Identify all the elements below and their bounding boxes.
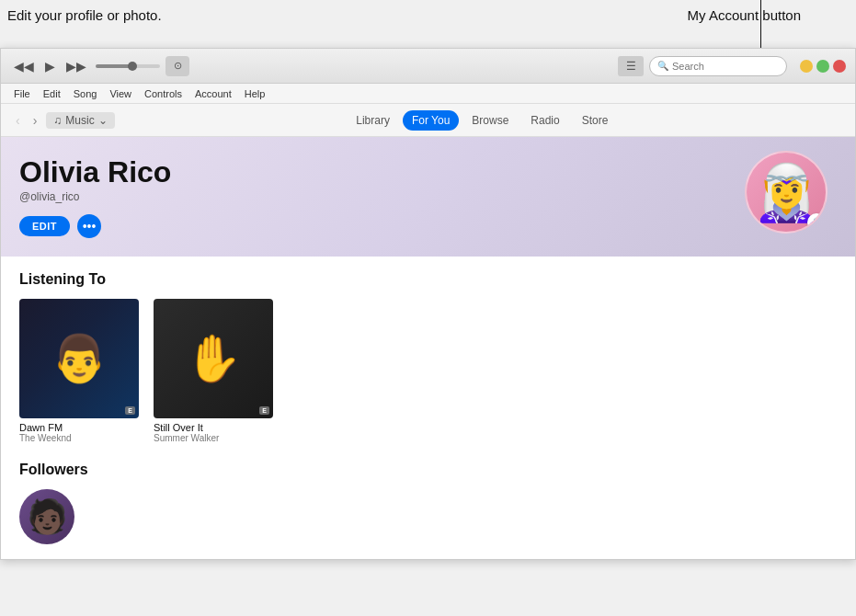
menubar: FileEditSongViewControlsAccountHelp	[1, 84, 855, 104]
menu-item-help[interactable]: Help	[239, 86, 271, 101]
explicit-badge-dawn: E	[125, 406, 135, 415]
album-title-still: Still Over It	[154, 422, 273, 433]
album-art-dawn-inner: 👨	[19, 299, 139, 418]
lock-badge: 🔒	[807, 213, 826, 232]
annotation-left-text: Edit your profile or photo.	[7, 7, 162, 23]
menu-item-view[interactable]: View	[104, 86, 137, 101]
menu-item-file[interactable]: File	[8, 86, 36, 101]
profile-handle: @olivia_rico	[19, 190, 837, 203]
nav-back-arrow[interactable]: ‹	[12, 111, 24, 130]
more-button[interactable]: •••	[77, 214, 101, 238]
window-controls: — □ ✕	[800, 60, 846, 73]
music-note-icon: ♫	[53, 114, 62, 127]
followers-title: Followers	[19, 462, 837, 478]
search-icon: 🔍	[657, 61, 668, 71]
nav-tab-library[interactable]: Library	[347, 110, 399, 131]
search-input[interactable]	[672, 61, 773, 72]
volume-slider[interactable]	[96, 64, 160, 68]
edit-button[interactable]: EDIT	[19, 216, 70, 236]
annotation-bar: Edit your profile or photo. My Account b…	[0, 0, 856, 48]
followers-section: Followers 🧑🏿	[19, 462, 837, 544]
album-item-still-over-it: ✋ E Still Over It Summer Walker	[154, 299, 273, 443]
nav-tab-for-you[interactable]: For You	[403, 110, 459, 131]
maximize-button[interactable]: □	[816, 60, 829, 73]
follower-emoji-0: 🧑🏿	[27, 497, 68, 536]
profile-actions: EDIT •••	[19, 214, 837, 238]
search-box[interactable]: 🔍	[649, 56, 787, 76]
nav-tab-store[interactable]: Store	[573, 110, 618, 131]
menu-item-account[interactable]: Account	[189, 86, 237, 101]
profile-info: Olivia Rico @olivia_rico EDIT •••	[19, 156, 837, 238]
itunes-window: ◀◀ ▶ ▶▶ ⊙ ☰ 🔍 — □ ✕ FileEditSongViewCont…	[0, 48, 856, 560]
nav-tabs: LibraryFor YouBrowseRadioStore	[120, 110, 844, 131]
titlebar-right: ☰ 🔍 — □ ✕	[618, 56, 846, 76]
nav-tab-radio[interactable]: Radio	[521, 110, 568, 131]
follower-avatar-0[interactable]: 🧑🏿	[19, 489, 74, 544]
album-title-dawn: Dawn FM	[19, 422, 139, 433]
album-art-still-inner: ✋	[154, 299, 273, 418]
profile-name: Olivia Rico	[19, 156, 837, 188]
annotation-container: Edit your profile or photo. My Account b…	[0, 0, 856, 48]
close-button[interactable]: ✕	[833, 60, 846, 73]
titlebar: ◀◀ ▶ ▶▶ ⊙ ☰ 🔍 — □ ✕	[1, 49, 855, 84]
nav-forward-arrow[interactable]: ›	[29, 111, 41, 130]
navbar: ‹ › ♫ Music ⌄ LibraryFor YouBrowseRadioS…	[1, 104, 855, 137]
menu-item-edit[interactable]: Edit	[38, 86, 66, 101]
album-artist-dawn: The Weeknd	[19, 433, 139, 443]
minimize-button[interactable]: —	[800, 60, 813, 73]
albums-row: 👨 E Dawn FM The Weeknd ✋ E Still Over It…	[19, 299, 837, 443]
menu-item-song[interactable]: Song	[68, 86, 103, 101]
main-content: Listening To 👨 E Dawn FM The Weeknd ✋ E …	[1, 257, 855, 559]
nav-music-label: Music	[65, 114, 94, 127]
forward-button[interactable]: ▶▶	[63, 57, 90, 75]
list-view-button[interactable]: ☰	[618, 56, 644, 76]
annotation-right-text: My Account button	[688, 7, 801, 23]
transport-controls: ◀◀ ▶ ▶▶	[10, 57, 90, 75]
album-art-still[interactable]: ✋ E	[154, 299, 273, 418]
menu-item-controls[interactable]: Controls	[139, 86, 188, 101]
listening-to-title: Listening To	[19, 271, 837, 288]
profile-avatar[interactable]: 🧝‍♀️ 🔒	[745, 151, 827, 234]
album-artist-still: Summer Walker	[154, 433, 273, 443]
nav-tab-browse[interactable]: Browse	[462, 110, 518, 131]
airplay-button[interactable]: ⊙	[165, 56, 189, 76]
nav-music-chevron: ⌄	[98, 114, 108, 127]
explicit-badge-still: E	[259, 406, 269, 415]
album-art-dawn[interactable]: 👨 E	[19, 299, 139, 418]
play-button[interactable]: ▶	[41, 57, 59, 75]
back-button[interactable]: ◀◀	[10, 57, 38, 75]
volume-thumb	[128, 62, 137, 71]
nav-music-selector[interactable]: ♫ Music ⌄	[46, 112, 114, 129]
annotation-line	[760, 0, 761, 48]
profile-header: Olivia Rico @olivia_rico EDIT ••• 🧝‍♀️ 🔒	[1, 137, 855, 257]
album-item-dawn-fm: 👨 E Dawn FM The Weeknd	[19, 299, 139, 443]
